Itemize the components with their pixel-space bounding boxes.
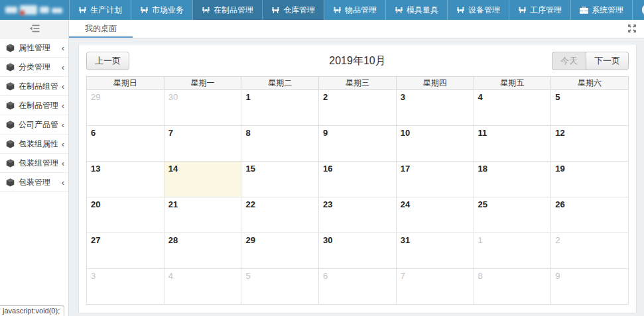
calendar-day-3[interactable]: 3 bbox=[396, 90, 474, 126]
nav-item-goods-admin[interactable]: 物品管理 bbox=[324, 0, 385, 20]
sidebar-item-company-product-mgmt[interactable]: 公司产品管理‹ bbox=[0, 115, 68, 134]
sidebar-item-category-mgmt[interactable]: 分类管理‹ bbox=[0, 58, 68, 77]
calendar-day-13[interactable]: 13 bbox=[87, 162, 164, 197]
next-page-button[interactable]: 下一页 bbox=[586, 52, 629, 70]
sidebar-item-package-group-attr-mgmt[interactable]: 包装组属性管理‹ bbox=[0, 134, 68, 154]
calendar-day-25[interactable]: 25 bbox=[474, 197, 551, 233]
outdent-icon bbox=[29, 23, 40, 35]
workers-icon bbox=[333, 7, 342, 14]
calendar-day-9[interactable]: 9 bbox=[319, 126, 397, 162]
sidebar-item-wip-mgmt[interactable]: 在制品管理‹ bbox=[0, 96, 68, 115]
nav-item-production-plan[interactable]: 生产计划 bbox=[69, 0, 131, 20]
calendar-day-20[interactable]: 20 bbox=[87, 197, 164, 233]
calendar-day-15[interactable]: 15 bbox=[241, 162, 319, 197]
calendar-day-16[interactable]: 16 bbox=[319, 162, 397, 197]
calendar-day-12[interactable]: 12 bbox=[551, 126, 629, 162]
nav-item-label: 生产计划 bbox=[90, 5, 122, 16]
nav-item-equipment-admin[interactable]: 设备管理 bbox=[447, 0, 509, 20]
calendar-day-1-other-month[interactable]: 1 bbox=[474, 233, 551, 269]
calendar-day-30-other-month[interactable]: 30 bbox=[164, 90, 241, 126]
calendar-day-9-other-month[interactable]: 9 bbox=[551, 269, 629, 305]
sidebar-item-wip-group-mgmt[interactable]: 在制品组管理‹ bbox=[0, 77, 68, 96]
nav-item-process-admin[interactable]: 工序管理 bbox=[509, 0, 570, 20]
calendar-day-6[interactable]: 6 bbox=[87, 126, 164, 162]
calendar-day-26[interactable]: 26 bbox=[551, 197, 629, 233]
calendar-day-2[interactable]: 2 bbox=[319, 90, 397, 126]
calendar-nav-group: 今天 下一页 bbox=[552, 52, 629, 70]
calendar-week-row: 13141516171819 bbox=[87, 162, 629, 197]
navbar-menu: 生产计划市场业务在制品管理仓库管理物品管理模具量具设备管理工序管理系统管理 bbox=[69, 0, 633, 20]
calendar-table: 星期日星期一星期二星期三星期四星期五星期六 293012345678910111… bbox=[86, 76, 629, 305]
calendar-day-1[interactable]: 1 bbox=[241, 90, 319, 126]
calendar-day-27[interactable]: 27 bbox=[87, 233, 164, 269]
sidebar-item-label: 包装组管理 bbox=[19, 158, 58, 169]
calendar-day-7[interactable]: 7 bbox=[164, 126, 241, 162]
weekday-header: 星期五 bbox=[474, 77, 551, 90]
fullscreen-button[interactable] bbox=[620, 20, 644, 38]
calendar-day-24[interactable]: 24 bbox=[396, 197, 474, 233]
nav-item-mould-gauge[interactable]: 模具量具 bbox=[385, 0, 447, 20]
user-menu[interactable]: 管理员[管理员] bbox=[633, 0, 644, 20]
sidebar-item-label: 分类管理 bbox=[19, 62, 58, 73]
calendar-day-6-other-month[interactable]: 6 bbox=[319, 269, 397, 305]
weekday-header: 星期三 bbox=[319, 77, 397, 90]
calendar-day-18[interactable]: 18 bbox=[474, 162, 551, 197]
sidebar-collapse-button[interactable] bbox=[0, 20, 68, 38]
calendar-day-10[interactable]: 10 bbox=[396, 126, 474, 162]
workers-icon bbox=[518, 7, 527, 14]
weekday-header: 星期二 bbox=[241, 77, 319, 90]
calendar-day-3-other-month[interactable]: 3 bbox=[87, 269, 164, 305]
calendar-day-31[interactable]: 31 bbox=[396, 233, 474, 269]
nav-item-label: 在制品管理 bbox=[214, 5, 253, 16]
browser-status-tooltip: javascript:void(0); bbox=[0, 305, 64, 316]
nav-item-wip-admin[interactable]: 在制品管理 bbox=[192, 0, 262, 20]
cube-icon bbox=[6, 101, 15, 110]
today-button[interactable]: 今天 bbox=[552, 52, 586, 70]
calendar-day-23[interactable]: 23 bbox=[319, 197, 397, 233]
cube-icon bbox=[6, 82, 15, 91]
app-logo[interactable] bbox=[0, 0, 69, 20]
chevron-left-icon: ‹ bbox=[62, 121, 64, 129]
nav-item-label: 市场业务 bbox=[152, 5, 184, 16]
calendar-day-28[interactable]: 28 bbox=[164, 233, 241, 269]
nav-item-label: 设备管理 bbox=[468, 5, 500, 16]
sidebar-menu: 属性管理‹分类管理‹在制品组管理‹在制品管理‹公司产品管理‹包装组属性管理‹包装… bbox=[0, 38, 68, 192]
sidebar-item-attribute-mgmt[interactable]: 属性管理‹ bbox=[0, 38, 68, 58]
sidebar-item-label: 公司产品管理 bbox=[19, 119, 58, 131]
calendar-day-22[interactable]: 22 bbox=[241, 197, 319, 233]
chevron-left-icon: ‹ bbox=[62, 44, 64, 52]
nav-item-warehouse-admin[interactable]: 仓库管理 bbox=[262, 0, 324, 20]
weekday-header: 星期六 bbox=[551, 77, 629, 90]
calendar-week-row: 293012345 bbox=[87, 90, 629, 126]
nav-item-market-business[interactable]: 市场业务 bbox=[131, 0, 192, 20]
nav-item-label: 仓库管理 bbox=[283, 5, 315, 16]
calendar-day-5[interactable]: 5 bbox=[551, 90, 629, 126]
nav-item-system-admin[interactable]: 系统管理 bbox=[570, 0, 633, 20]
calendar-day-29[interactable]: 29 bbox=[241, 233, 319, 269]
calendar-day-4-other-month[interactable]: 4 bbox=[164, 269, 241, 305]
calendar-day-29-other-month[interactable]: 29 bbox=[87, 90, 164, 126]
chevron-left-icon: ‹ bbox=[62, 140, 64, 148]
calendar-day-4[interactable]: 4 bbox=[474, 90, 551, 126]
calendar-day-8[interactable]: 8 bbox=[241, 126, 319, 162]
weekday-header: 星期日 bbox=[87, 77, 164, 90]
calendar-day-17[interactable]: 17 bbox=[396, 162, 474, 197]
fullscreen-icon bbox=[628, 23, 636, 35]
calendar-day-8-other-month[interactable]: 8 bbox=[474, 269, 551, 305]
calendar-day-7-other-month[interactable]: 7 bbox=[396, 269, 474, 305]
calendar-day-11[interactable]: 11 bbox=[474, 126, 551, 162]
tab-my-desktop[interactable]: 我的桌面 bbox=[69, 20, 133, 38]
workers-icon bbox=[78, 7, 87, 14]
sidebar-item-package-group-mgmt[interactable]: 包装组管理‹ bbox=[0, 154, 68, 173]
calendar-day-14[interactable]: 14 bbox=[164, 162, 241, 197]
cube-icon bbox=[6, 44, 15, 52]
workers-icon bbox=[202, 7, 210, 14]
nav-item-label: 系统管理 bbox=[592, 5, 623, 16]
calendar-day-2-other-month[interactable]: 2 bbox=[551, 233, 629, 269]
calendar-day-30[interactable]: 30 bbox=[319, 233, 397, 269]
sidebar-item-package-mgmt[interactable]: 包装管理‹ bbox=[0, 173, 68, 192]
calendar-day-5-other-month[interactable]: 5 bbox=[241, 269, 319, 305]
calendar-day-19[interactable]: 19 bbox=[551, 162, 629, 197]
calendar-day-21[interactable]: 21 bbox=[164, 197, 241, 233]
prev-page-button[interactable]: 上一页 bbox=[86, 52, 129, 70]
